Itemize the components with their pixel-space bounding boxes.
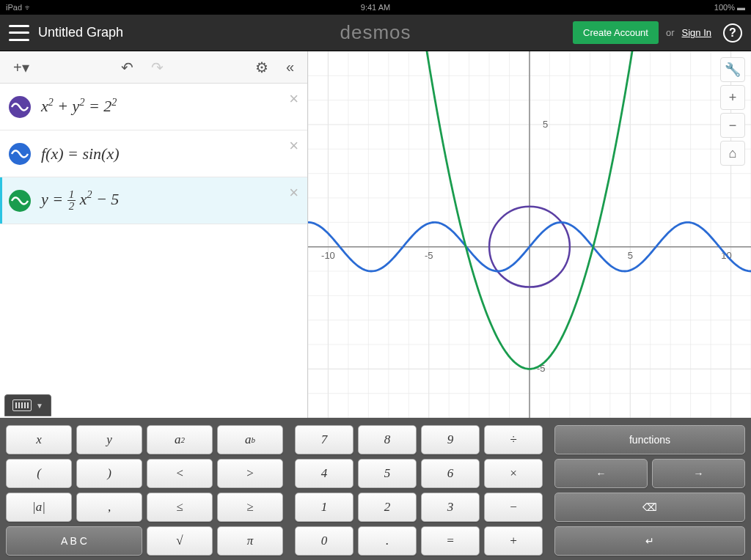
expression-row[interactable]: y = 12 x2 − 5 × — [0, 177, 307, 224]
key-5[interactable]: 5 — [358, 459, 417, 488]
sidebar-toolbar: +▾ ↶ ↷ ⚙ « — [0, 51, 307, 84]
graph-canvas[interactable]: -10-55105-5 🔧 + − ⌂ — [308, 51, 751, 418]
arrow-right-key[interactable]: → — [652, 459, 745, 488]
svg-text:5: 5 — [628, 250, 633, 261]
svg-text:-5: -5 — [425, 250, 433, 261]
create-account-button[interactable]: Create Account — [573, 21, 659, 44]
sign-in-link[interactable]: Sign In — [682, 27, 711, 38]
expression-text[interactable]: x2 + y2 = 22 — [41, 97, 117, 116]
add-expression-button[interactable]: +▾ — [7, 56, 35, 79]
key-.[interactable]: . — [358, 526, 417, 556]
delete-expression-icon[interactable]: × — [289, 183, 298, 202]
undo-button[interactable]: ↶ — [115, 56, 139, 79]
expression-row[interactable]: f(x) = sin(x) × — [0, 130, 307, 177]
key-+[interactable]: + — [484, 526, 543, 556]
arrow-left-key[interactable]: ← — [554, 459, 648, 488]
expression-row[interactable]: x2 + y2 = 22 × — [0, 84, 307, 130]
zoom-out-button[interactable]: − — [720, 113, 745, 138]
or-text: or — [666, 27, 675, 38]
functions-key[interactable]: functions — [554, 425, 745, 454]
settings-button[interactable]: ⚙ — [249, 56, 274, 79]
help-icon[interactable]: ? — [723, 23, 742, 43]
key-<[interactable]: < — [147, 459, 213, 488]
key-)[interactable]: ) — [76, 459, 142, 488]
status-battery: 100% ▬ — [714, 3, 745, 12]
key-9[interactable]: 9 — [421, 425, 480, 454]
key->[interactable]: > — [217, 459, 283, 488]
key-8[interactable]: 8 — [358, 425, 417, 454]
zoom-in-button[interactable]: + — [720, 85, 745, 110]
expression-text[interactable]: y = 12 x2 − 5 — [41, 189, 119, 212]
key-×[interactable]: × — [484, 459, 543, 488]
home-button[interactable]: ⌂ — [720, 141, 745, 166]
key-abc[interactable]: A B C — [6, 526, 142, 556]
status-time: 9:41 AM — [361, 3, 390, 12]
key-7[interactable]: 7 — [295, 425, 353, 454]
keyboard-toggle[interactable]: ▼ — [4, 394, 51, 416]
key-2[interactable]: 2 — [358, 493, 417, 522]
delete-expression-icon[interactable]: × — [289, 89, 298, 108]
graph-title[interactable]: Untitled Graph — [38, 25, 123, 40]
graph-svg: -10-55105-5 — [308, 51, 751, 418]
keyboard-icon — [12, 399, 32, 411]
key-y[interactable]: y — [76, 425, 142, 454]
key-4[interactable]: 4 — [295, 459, 353, 488]
key-ab[interactable]: ab — [217, 425, 283, 454]
key-≤[interactable]: ≤ — [147, 493, 213, 522]
key-1[interactable]: 1 — [295, 493, 353, 522]
key-−[interactable]: − — [484, 493, 543, 522]
key-=[interactable]: = — [421, 526, 480, 556]
svg-text:5: 5 — [543, 119, 548, 130]
svg-text:-10: -10 — [321, 250, 335, 261]
wrench-icon[interactable]: 🔧 — [720, 57, 745, 82]
expression-color-icon[interactable] — [9, 143, 31, 165]
menu-icon[interactable] — [9, 25, 29, 41]
key-x[interactable]: x — [6, 425, 72, 454]
desmos-logo: desmos — [340, 21, 411, 44]
expression-sidebar: +▾ ↶ ↷ ⚙ « x2 + y2 = 22 × f(x) = sin(x) … — [0, 51, 308, 418]
expression-color-icon[interactable] — [9, 96, 31, 118]
key-|a|[interactable]: |a| — [6, 493, 72, 522]
key-,[interactable]: , — [76, 493, 142, 522]
math-keyboard: xya2ab()<>|a|,≤≥A B C√π 789÷456×123−0.=+… — [0, 418, 751, 560]
key-a2[interactable]: a2 — [147, 425, 213, 454]
expression-color-icon[interactable] — [9, 190, 31, 212]
status-left: iPad ᯤ — [6, 3, 32, 12]
key-√[interactable]: √ — [147, 526, 213, 556]
key-≥[interactable]: ≥ — [217, 493, 283, 522]
delete-expression-icon[interactable]: × — [289, 136, 298, 155]
backspace-key[interactable]: ⌫ — [554, 493, 745, 522]
key-6[interactable]: 6 — [421, 459, 480, 488]
redo-button[interactable]: ↷ — [145, 56, 169, 79]
app-header: Untitled Graph desmos Create Account or … — [0, 15, 751, 51]
key-([interactable]: ( — [6, 459, 72, 488]
expression-text[interactable]: f(x) = sin(x) — [41, 144, 119, 163]
collapse-sidebar-button[interactable]: « — [280, 56, 300, 78]
key-÷[interactable]: ÷ — [484, 425, 543, 454]
key-3[interactable]: 3 — [421, 493, 480, 522]
chevron-down-icon: ▼ — [36, 402, 43, 410]
ios-status-bar: iPad ᯤ 9:41 AM 100% ▬ — [0, 0, 751, 15]
enter-key[interactable]: ↵ — [554, 526, 745, 556]
key-π[interactable]: π — [217, 526, 283, 556]
key-0[interactable]: 0 — [295, 526, 353, 556]
